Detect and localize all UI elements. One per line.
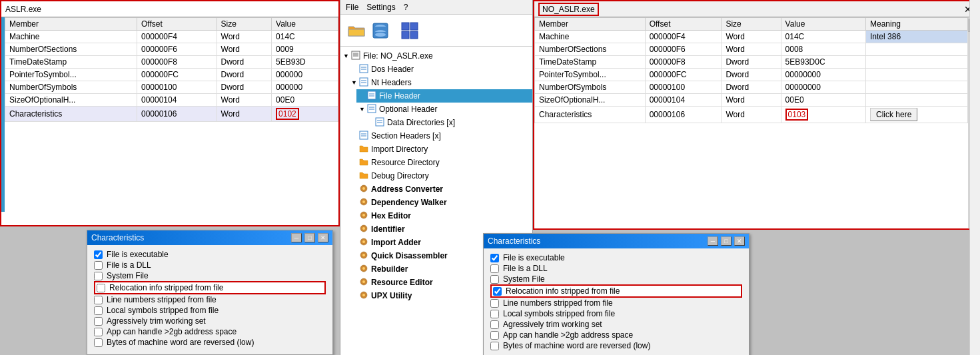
checkbox-left-1[interactable]: [94, 261, 103, 270]
left-table-row[interactable]: NumberOfSections000000F6Word0009: [5, 43, 338, 56]
left-table-row[interactable]: Characteristics00000106Word0102: [5, 107, 338, 122]
left-table-row[interactable]: TimeDateStamp000000F8Dword5EB93D: [5, 56, 338, 69]
char-dialog-right: Characteristics ─ □ ✕ File is executable…: [483, 233, 749, 355]
tree-item[interactable]: Section Headers [x]: [348, 129, 532, 143]
checkbox-right-0[interactable]: [490, 254, 499, 262]
minimize-button-right[interactable]: ─: [708, 236, 718, 246]
svg-rect-12: [352, 51, 360, 59]
left-table-row[interactable]: Machine000000F4Word014C: [5, 31, 338, 43]
svg-point-44: [362, 227, 365, 230]
tree-item-icon: [359, 264, 368, 274]
left-table-row[interactable]: PointerToSymbol...000000FCDword000000: [5, 69, 338, 81]
cell-offset: 00000106: [137, 107, 217, 122]
left-panel: ASLR.exe Member Offset Size Value Machin…: [0, 0, 340, 226]
tree-item[interactable]: Dependency Walker: [348, 196, 532, 209]
checkbox-left-7[interactable]: [94, 328, 103, 336]
checkbox-item-right: Local symbols stripped from file: [490, 308, 742, 319]
right-cell-offset: 00000100: [645, 81, 722, 94]
checkbox-right-1[interactable]: [490, 264, 499, 273]
checkbox-left-0[interactable]: [94, 250, 103, 259]
right-table-row[interactable]: Characteristics00000106Word0103Click her…: [535, 107, 968, 123]
menubar: File Settings ?: [340, 0, 532, 15]
tree-item-label: Resource Directory: [371, 158, 440, 167]
tree-item[interactable]: Resource Directory: [348, 156, 532, 169]
cell-offset: 000000F6: [137, 43, 217, 56]
menu-file[interactable]: File: [346, 3, 358, 12]
checkbox-left-6[interactable]: [94, 317, 103, 326]
checkbox-right-4[interactable]: [490, 299, 499, 308]
checkbox-right-2[interactable]: [490, 275, 499, 284]
tree-item[interactable]: Import Directory: [348, 143, 532, 156]
checkbox-left-8[interactable]: [94, 338, 103, 347]
open-folder-icon[interactable]: [346, 20, 367, 41]
maximize-button-right[interactable]: □: [721, 236, 732, 246]
left-panel-title: ASLR.exe: [5, 5, 41, 14]
cell-size: Dword: [217, 69, 272, 81]
close-button-left[interactable]: ✕: [318, 233, 328, 242]
save-icon[interactable]: [370, 20, 391, 41]
left-scrollbar[interactable]: [1, 17, 5, 212]
tree-item[interactable]: Address Converter: [348, 182, 532, 196]
checkbox-left-4[interactable]: [94, 296, 103, 304]
tree-item[interactable]: ▼Nt Headers: [348, 76, 532, 89]
right-table-row[interactable]: NumberOfSymbols00000100Dword00000000: [535, 81, 968, 94]
checkbox-right-5[interactable]: [490, 310, 499, 318]
tree-item-icon: [359, 250, 368, 261]
right-cell-meaning[interactable]: Click here: [866, 107, 968, 123]
tree-item-label: Hex Editor: [371, 211, 411, 220]
tree-item-label: Identifier: [371, 224, 405, 234]
tree-expand-icon[interactable]: ▼: [359, 106, 366, 113]
left-table-row[interactable]: SizeOfOptionalH...00000104Word00E0: [5, 94, 338, 107]
checkbox-label-left-0: File is executable: [107, 250, 169, 259]
right-table-row[interactable]: SizeOfOptionalH...00000104Word00E0: [535, 94, 968, 107]
checkbox-right-6[interactable]: [490, 320, 499, 329]
tree-item-icon: [359, 237, 368, 248]
checkbox-item-left: App can handle >2gb address space: [94, 326, 326, 337]
checkbox-left-3[interactable]: [97, 284, 105, 292]
cell-member: SizeOfOptionalH...: [5, 94, 137, 107]
checkbox-label-right-0: File is executable: [503, 253, 565, 262]
minimize-button-left[interactable]: ─: [291, 233, 302, 242]
checkbox-left-2[interactable]: [94, 272, 103, 280]
dialog-controls-left: ─ □ ✕: [291, 233, 328, 242]
tree-item-label: Rebuilder: [371, 264, 408, 274]
svg-rect-19: [360, 78, 368, 86]
tree-item-icon: [359, 144, 368, 155]
tree-expand-icon[interactable]: ▼: [343, 53, 350, 59]
col-offset: Offset: [137, 18, 217, 31]
maximize-button-left[interactable]: □: [304, 233, 315, 242]
window-scrollbar-right[interactable]: [969, 0, 980, 355]
right-col-offset: Offset: [645, 18, 722, 31]
svg-marker-34: [360, 146, 368, 152]
click-here-button[interactable]: Click here: [870, 108, 917, 121]
menu-settings[interactable]: Settings: [366, 3, 395, 12]
pe-icon[interactable]: [399, 20, 420, 41]
checkbox-right-7[interactable]: [490, 331, 499, 340]
right-table-row[interactable]: TimeDateStamp000000F8Dword5EB93D0C: [535, 56, 968, 69]
checkbox-right-3[interactable]: [493, 287, 502, 296]
tree-item[interactable]: Debug Directory: [348, 169, 532, 182]
cell-offset: 000000FC: [137, 69, 217, 81]
tree-item-label: Debug Directory: [371, 171, 429, 180]
tree-item[interactable]: Data Directories [x]: [364, 116, 532, 129]
tree-item[interactable]: Dos Header: [348, 63, 532, 76]
checkbox-right-8[interactable]: [490, 342, 499, 350]
tree-expand-icon[interactable]: ▼: [351, 79, 358, 86]
right-table-row[interactable]: PointerToSymbol...000000FCDword00000000: [535, 69, 968, 81]
tree-item[interactable]: Hex Editor: [348, 209, 532, 222]
cell-value: 000000: [272, 81, 338, 94]
right-table-row[interactable]: Machine000000F4Word014CIntel 386: [535, 31, 968, 43]
svg-point-48: [362, 254, 365, 256]
right-table-row[interactable]: NumberOfSections000000F6Word0008: [535, 43, 968, 56]
tree-item[interactable]: ▼Optional Header: [356, 103, 532, 116]
right-cell-meaning: [866, 56, 968, 69]
close-button-right[interactable]: ✕: [734, 236, 745, 246]
checkbox-left-5[interactable]: [94, 306, 103, 315]
left-table-row[interactable]: NumberOfSymbols00000100Dword000000: [5, 81, 338, 94]
right-cell-value: 0103: [781, 107, 865, 123]
char-dialog-right-content: File is executableFile is a DLLSystem Fi…: [484, 248, 749, 355]
tree-item[interactable]: ▼File: NO_ASLR.exe: [340, 49, 532, 63]
menu-help[interactable]: ?: [404, 3, 408, 12]
tree-item[interactable]: File Header: [356, 89, 532, 103]
char-dialog-left: Characteristics ─ □ ✕ File is executable…: [87, 230, 333, 355]
